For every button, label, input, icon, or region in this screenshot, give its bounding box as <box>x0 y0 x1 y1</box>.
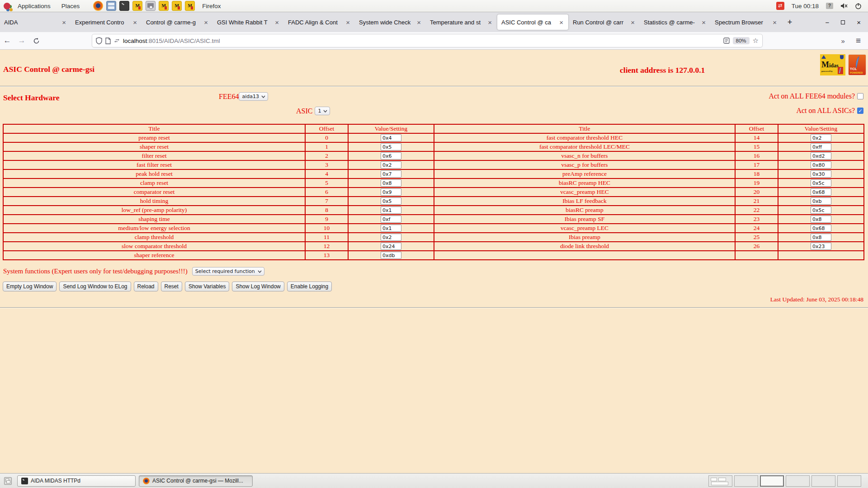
window-close-button[interactable]: × <box>857 19 861 26</box>
param-value-input[interactable] <box>381 216 401 223</box>
system-function-select[interactable]: Select required function <box>192 267 264 276</box>
param-value-input[interactable] <box>381 134 401 141</box>
asic-select[interactable]: 1 <box>315 107 330 115</box>
enable-logging-button[interactable]: Enable Logging <box>287 282 332 291</box>
midas-launcher-icon[interactable]: M <box>159 1 169 11</box>
workspace-4[interactable] <box>786 475 810 487</box>
new-tab-button[interactable]: + <box>782 12 798 32</box>
terminal-launcher-icon[interactable] <box>119 1 129 11</box>
param-value-input[interactable] <box>811 152 831 160</box>
tab-close-icon[interactable]: × <box>630 19 636 26</box>
forward-button[interactable]: → <box>14 36 29 45</box>
url-bar[interactable]: localhost:8015/AIDA/ASIC/ASIC.tml 80% ☆ <box>92 34 762 47</box>
volume-muted-icon[interactable] <box>840 3 848 9</box>
screen-share-indicator-icon[interactable]: ⇄ <box>776 2 784 10</box>
page-info-icon[interactable] <box>105 38 111 44</box>
bookmark-star-icon[interactable]: ☆ <box>753 37 759 45</box>
param-value-input[interactable] <box>381 179 401 187</box>
tab-system-wide-checks[interactable]: System wide Check × <box>355 12 426 32</box>
tab-close-icon[interactable]: × <box>772 19 778 26</box>
tab-close-icon[interactable]: × <box>487 19 493 26</box>
applications-menu[interactable]: Applications <box>14 3 54 9</box>
send-log-to-elog-button[interactable]: Send Log Window to ELog <box>59 282 131 291</box>
param-value-input[interactable] <box>811 188 831 196</box>
param-value-input[interactable] <box>381 170 401 178</box>
file-manager-launcher-icon[interactable] <box>106 1 116 11</box>
tab-spectrum-browser[interactable]: Spectrum Browser × <box>711 12 782 32</box>
param-value-input[interactable] <box>811 234 831 241</box>
tab-control[interactable]: Control @ carme-g × <box>142 12 213 32</box>
show-log-window-button[interactable]: Show Log Window <box>232 282 284 291</box>
tab-close-icon[interactable]: × <box>274 19 280 26</box>
workspace-3-current[interactable] <box>760 475 784 487</box>
param-value-input[interactable] <box>381 143 401 150</box>
tab-close-icon[interactable]: × <box>61 19 67 26</box>
midas-launcher-icon[interactable]: M <box>185 1 195 11</box>
places-menu[interactable]: Places <box>58 3 84 9</box>
window-maximize-button[interactable] <box>841 20 845 24</box>
param-value-input[interactable] <box>381 225 401 232</box>
param-value-input[interactable] <box>811 197 831 205</box>
param-value-input[interactable] <box>381 152 401 160</box>
reload-page-button[interactable]: Reload <box>134 282 158 291</box>
workspace-2[interactable] <box>734 475 758 487</box>
param-value-input[interactable] <box>381 234 401 241</box>
tab-run-control[interactable]: Run Control @ carr × <box>569 12 640 32</box>
tab-close-icon[interactable]: × <box>132 19 138 26</box>
param-value-input[interactable] <box>811 143 831 150</box>
param-value-input[interactable] <box>811 134 831 141</box>
param-value-input[interactable] <box>811 179 831 187</box>
param-value-input[interactable] <box>381 252 401 259</box>
taskbar-window-aida-midas-httpd[interactable]: AIDA MIDAS HTTPd <box>17 475 136 487</box>
screen-capture-launcher-icon[interactable] <box>146 1 156 11</box>
param-value-input[interactable] <box>811 161 831 169</box>
tab-close-icon[interactable]: × <box>701 19 707 26</box>
clock[interactable]: Tue 00:18 <box>792 3 819 9</box>
act-on-all-asics-checkbox[interactable]: ✓ <box>857 108 863 114</box>
param-value-input[interactable] <box>811 170 831 178</box>
param-value-input[interactable] <box>811 225 831 232</box>
param-value-input[interactable] <box>381 188 401 196</box>
param-value-input[interactable] <box>811 206 831 214</box>
param-value-input[interactable] <box>381 206 401 214</box>
tab-close-icon[interactable]: × <box>416 19 422 26</box>
power-icon[interactable] <box>855 3 862 9</box>
site-permissions-icon[interactable] <box>114 38 120 43</box>
workspace-1[interactable] <box>708 475 732 487</box>
tab-experiment-control[interactable]: Experiment Contro × <box>71 12 142 32</box>
tracking-protection-shield-icon[interactable] <box>96 37 102 44</box>
show-desktop-icon[interactable] <box>4 477 12 485</box>
empty-log-window-button[interactable]: Empty Log Window <box>3 282 57 291</box>
tab-temperature[interactable]: Temperature and st × <box>426 12 497 32</box>
reader-view-icon[interactable] <box>723 38 730 44</box>
workspace-6[interactable] <box>837 475 861 487</box>
firefox-launcher-icon[interactable] <box>93 1 103 11</box>
tab-asic-control-active[interactable]: ASIC Control @ ca × <box>497 14 568 30</box>
act-on-all-fee64-checkbox[interactable] <box>857 93 863 99</box>
tab-close-icon[interactable]: × <box>203 19 209 26</box>
app-menu-icon[interactable]: ≡ <box>856 36 861 46</box>
reload-button[interactable] <box>29 38 43 44</box>
tab-close-icon[interactable]: × <box>558 19 564 26</box>
tab-close-icon[interactable]: × <box>345 19 351 26</box>
workspace-5[interactable] <box>811 475 835 487</box>
back-button[interactable]: ← <box>0 36 14 45</box>
param-value-input[interactable] <box>811 243 831 250</box>
param-value-input[interactable] <box>381 161 401 169</box>
show-variables-button[interactable]: Show Variables <box>185 282 230 291</box>
fee64-select[interactable]: aida13 <box>239 92 268 101</box>
window-minimize-button[interactable]: − <box>825 19 829 26</box>
midas-launcher-icon[interactable]: M <box>132 1 142 11</box>
param-value-input[interactable] <box>381 243 401 250</box>
param-value-input[interactable] <box>381 197 401 205</box>
url-text[interactable]: localhost:8015/AIDA/ASIC/ASIC.tml <box>123 38 720 44</box>
tab-aida[interactable]: AIDA × <box>0 12 71 32</box>
zoom-level-badge[interactable]: 80% <box>733 37 750 44</box>
tab-fadc-align[interactable]: FADC Align & Cont × <box>284 12 355 32</box>
param-value-input[interactable] <box>811 216 831 223</box>
taskbar-window-firefox[interactable]: ASIC Control @ carme-gsi — Mozill... <box>139 475 253 487</box>
toolbar-overflow-icon[interactable]: » <box>841 37 845 45</box>
tab-statistics[interactable]: Statistics @ carme- × <box>640 12 711 32</box>
tab-gsi-white-rabbit[interactable]: GSI White Rabbit T × <box>213 12 284 32</box>
reset-button[interactable]: Reset <box>161 282 182 291</box>
